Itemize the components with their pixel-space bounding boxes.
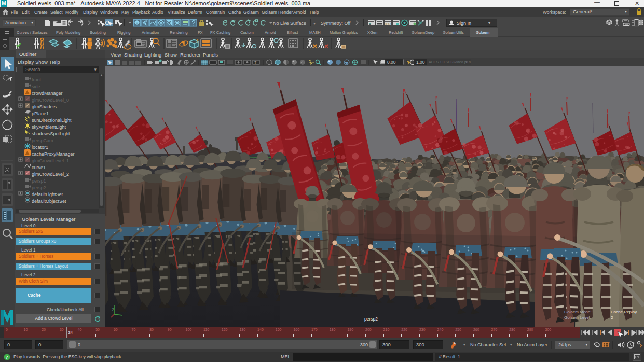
svg-text:side: side <box>32 84 40 89</box>
svg-text:persp2: persp2 <box>32 185 46 190</box>
svg-text:perspCam: perspCam <box>32 138 53 143</box>
svg-text:?: ? <box>6 355 8 360</box>
svg-text:persp1: persp1 <box>32 178 46 184</box>
svg-text:T: T <box>254 61 257 64</box>
svg-text:locator1: locator1 <box>32 145 48 150</box>
svg-text:IPR: IPR <box>386 22 391 25</box>
svg-text:glmCrowdLevel_0: glmCrowdLevel_0 <box>32 98 69 103</box>
svg-text:defaultObjectSet: defaultObjectSet <box>32 199 66 204</box>
svg-text:glmCrowdLevel_1: glmCrowdLevel_1 <box>32 158 69 163</box>
svg-text:crowdManager: crowdManager <box>32 91 63 96</box>
svg-text:y: y <box>112 307 114 311</box>
svg-text:skyAmbientLight: skyAmbientLight <box>32 124 66 130</box>
svg-text:glmCrowdLevel_2: glmCrowdLevel_2 <box>32 172 69 177</box>
svg-text:defaultLightSet: defaultLightSet <box>32 192 63 197</box>
svg-text:sunDirectionalLight: sunDirectionalLight <box>32 118 72 123</box>
svg-text:glmShaders: glmShaders <box>32 104 57 109</box>
svg-text:curve1: curve1 <box>32 165 46 170</box>
svg-text:front: front <box>32 77 42 82</box>
svg-text:cacheProxyManager: cacheProxyManager <box>32 151 75 157</box>
svg-text:shadowsSpotLight: shadowsSpotLight <box>32 131 70 136</box>
svg-text:pPlane1: pPlane1 <box>32 111 49 116</box>
svg-text:!: ! <box>197 38 199 44</box>
